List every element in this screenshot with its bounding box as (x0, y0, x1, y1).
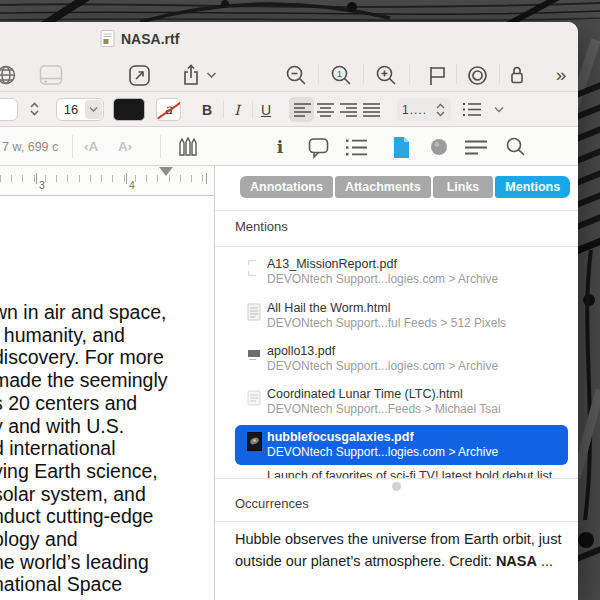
mention-title: Coordinated Lunar Time (LTC).html (267, 387, 564, 402)
mention-title: apollo13.pdf (267, 344, 564, 359)
highlight-color-none[interactable]: a (156, 98, 181, 121)
bold-button[interactable]: B (196, 99, 218, 120)
font-size-chevron-icon (85, 100, 102, 119)
more-toolbar-items-button[interactable]: » (549, 63, 573, 87)
see-also-circle-icon[interactable] (427, 135, 451, 159)
align-justify-button[interactable] (360, 99, 382, 120)
zoom-out-icon[interactable] (284, 63, 308, 87)
document-inspector-icon-active[interactable] (389, 135, 413, 159)
mention-item[interactable]: Coordinated Lunar Time (LTC).html DEVONt… (235, 387, 568, 427)
panel-divider (215, 210, 578, 211)
info-inspector-icon[interactable]: i (268, 135, 292, 159)
html-page-icon (247, 303, 263, 321)
flag-icon[interactable] (425, 63, 449, 87)
increase-font-size-button[interactable]: A› (118, 139, 132, 154)
tab-links[interactable]: Links (433, 176, 494, 198)
status-separator (160, 135, 161, 158)
occurrence-excerpt[interactable]: Hubble observes the universe from Earth … (235, 529, 564, 573)
mentions-section-title: Mentions (235, 219, 288, 234)
galaxy-image-thumbnail-icon (247, 432, 263, 450)
font-stepper[interactable] (28, 101, 41, 117)
concordance-lines-icon[interactable] (464, 135, 488, 159)
window-title: NASA.rtf (121, 31, 179, 47)
format-bar: 16 a B I U 1.... (0, 92, 578, 127)
zoom-in-icon[interactable] (374, 63, 398, 87)
mention-item-selected[interactable]: hubblefocusgalaxies.pdf DEVONtech Suppor… (235, 425, 568, 465)
mention-path: DEVONtech Support...logies.com > Archive (267, 359, 564, 373)
title-bar[interactable]: NASA.rtf (0, 22, 578, 56)
toolbar-separator (499, 64, 500, 84)
annotations-bubble-icon[interactable] (306, 135, 330, 159)
list-style-button[interactable] (461, 99, 483, 120)
crayons-highlighter-icon[interactable] (176, 134, 200, 158)
text-color-well[interactable] (113, 98, 145, 121)
toolbar-separator (409, 64, 410, 84)
mention-path: DEVONtech Support...logies.com > Archive (267, 445, 564, 459)
toolbar-separator (318, 64, 319, 84)
share-menu-chevron-icon[interactable] (204, 63, 218, 87)
line-spacing-stepper-icon (435, 103, 446, 117)
format-separator (252, 101, 253, 118)
underline-button[interactable]: U (255, 99, 277, 120)
chevrons-right-icon: » (556, 65, 567, 85)
open-externally-icon[interactable] (127, 63, 151, 87)
format-separator (223, 101, 224, 118)
document-page[interactable]: wn in air and space, f humanity, and dis… (0, 196, 214, 600)
font-size-value: 16 (57, 102, 85, 117)
mention-title: Launch of favorites of sci-fi TV! latest… (267, 469, 564, 478)
desktop: { "window": { "title": "NASA.rtf" }, "to… (0, 0, 600, 600)
italic-button[interactable]: I (226, 99, 248, 120)
document-text[interactable]: wn in air and space, f humanity, and dis… (0, 301, 214, 596)
toolbar-separator (456, 64, 457, 84)
indent-marker-triangle[interactable] (159, 167, 173, 176)
occurrence-suffix: ... (537, 553, 553, 569)
mention-item[interactable]: apollo13.pdf DEVONtech Support...logies.… (235, 344, 568, 384)
list-inspector-icon[interactable] (344, 135, 368, 159)
editor-pane-icon[interactable] (39, 63, 63, 87)
ruler-major-tick (126, 173, 127, 184)
target-circle-icon[interactable] (465, 63, 489, 87)
ruler-major-tick (206, 173, 207, 184)
list-style-chevron-icon[interactable] (488, 99, 510, 120)
font-size-combo[interactable]: 16 (56, 98, 104, 121)
search-icon[interactable] (504, 135, 528, 159)
pdf-thumbnail-icon (247, 346, 263, 364)
line-spacing-control[interactable]: 1.... (397, 98, 451, 121)
actual-size-icon[interactable]: 1 (329, 63, 353, 87)
main-toolbar: 1 » (0, 56, 578, 92)
app-window: NASA.rtf (0, 22, 578, 600)
globe-icon[interactable] (0, 63, 18, 87)
panel-divider (215, 521, 578, 522)
align-left-button[interactable] (291, 99, 313, 120)
share-icon[interactable] (179, 63, 203, 87)
tab-attachments[interactable]: Attachments (335, 176, 431, 198)
document-editor-pane: 3 4 wn in air and space, f humanity, and… (0, 166, 215, 600)
decrease-font-size-button[interactable]: ‹A (84, 139, 98, 154)
inspector-tab-bar: Annotations Attachments Links Mentions (240, 176, 570, 198)
word-character-count: 7 w, 699 c (2, 140, 58, 154)
align-center-button[interactable] (314, 99, 336, 120)
mention-path: DEVONtech Support...ful Feeds > 512 Pixe… (267, 316, 564, 330)
tab-mentions[interactable]: Mentions (495, 176, 570, 198)
font-family-field-clipped[interactable] (0, 98, 18, 121)
mention-item-clipped[interactable]: Launch of favorites of sci-fi TV! latest… (235, 469, 568, 478)
align-right-button[interactable] (337, 99, 359, 120)
status-bar: 7 w, 699 c ‹A A› i (0, 127, 578, 166)
mention-title: All Hail the Worm.html (267, 301, 564, 316)
mention-title: hubblefocusgalaxies.pdf (267, 430, 564, 445)
tab-annotations[interactable]: Annotations (240, 176, 333, 198)
splitter-drag-handle[interactable] (392, 482, 401, 491)
status-separator (72, 135, 73, 158)
ruler: 3 4 (0, 166, 214, 196)
occurrence-match-bold: NASA (496, 553, 537, 569)
mention-path: DEVONtech Support...logies.com > Archive (267, 272, 564, 286)
panel-divider (215, 478, 578, 479)
mentions-list: A13_MissionReport.pdf DEVONtech Support.… (215, 247, 578, 478)
mention-item[interactable]: A13_MissionReport.pdf DEVONtech Support.… (235, 257, 568, 297)
rtf-document-icon (100, 30, 115, 47)
mention-path: DEVONtech Support...Feeds > Michael Tsai (267, 402, 564, 416)
mention-title: A13_MissionReport.pdf (267, 257, 564, 272)
mention-item[interactable]: All Hail the Worm.html DEVONtech Support… (235, 301, 568, 341)
lock-icon[interactable] (505, 63, 529, 87)
html-page-icon (247, 389, 263, 407)
